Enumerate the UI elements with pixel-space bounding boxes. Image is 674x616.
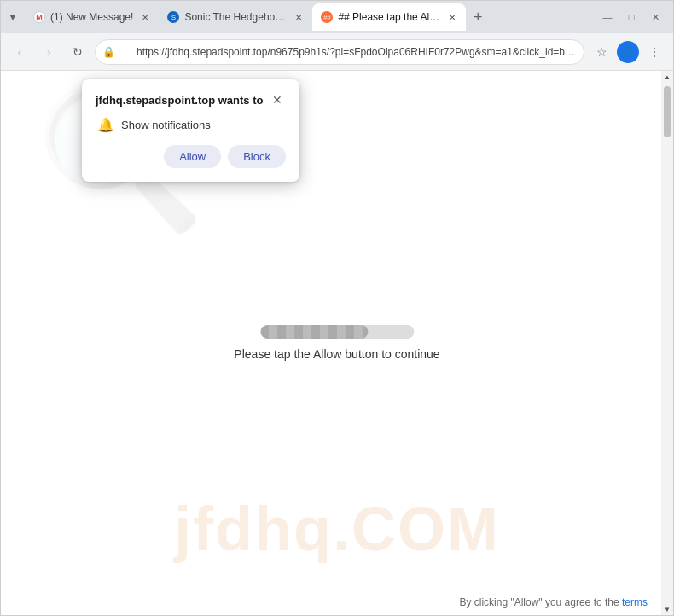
browser-window: ▼ (1) New Message! ✕ S Sonic The Hedgeho…	[0, 0, 674, 616]
tab-favicon-gmail	[33, 11, 45, 23]
progress-area: Please tap the Allow button to continue	[234, 325, 439, 361]
new-tab-button[interactable]: +	[466, 5, 490, 29]
minimize-button[interactable]: —	[596, 6, 619, 28]
tab-close-gmail[interactable]: ✕	[138, 10, 152, 24]
tab-bar: ▼ (1) New Message! ✕ S Sonic The Hedgeho…	[1, 1, 673, 33]
scroll-up-arrow[interactable]: ▲	[661, 71, 673, 83]
profile-icon[interactable]: 👤	[617, 41, 639, 63]
scroll-down-arrow[interactable]: ▼	[661, 603, 673, 615]
refresh-button[interactable]: ↻	[66, 40, 90, 64]
url-text: https://jfdhq.stepadspoint.top/n9675p9h1…	[121, 46, 575, 58]
tab-favicon-active: ##	[321, 11, 333, 23]
popup-title: jfdhq.stepadspoint.top wants to	[96, 94, 263, 107]
popup-notification-row: 🔔 Show notifications	[96, 117, 286, 133]
permission-popup: jfdhq.stepadspoint.top wants to ✕ 🔔 Show…	[82, 79, 299, 182]
tab-sonic[interactable]: S Sonic The Hedgehog 3 (2024)... ✕	[159, 3, 312, 31]
popup-row-text: Show notifications	[121, 119, 211, 131]
menu-icon[interactable]: ⋮	[642, 40, 666, 64]
tab-title-gmail: (1) New Message!	[50, 11, 133, 23]
progress-bar-container	[260, 325, 414, 339]
close-button[interactable]: ✕	[644, 6, 666, 28]
bottom-text: By clicking "Allow" you agree to the	[459, 596, 619, 608]
allow-button[interactable]: Allow	[164, 145, 221, 168]
progress-bar-fill	[260, 325, 368, 339]
tab-close-sonic[interactable]: ✕	[292, 10, 305, 24]
forward-button[interactable]: ›	[37, 40, 61, 64]
terms-link[interactable]: terms	[622, 596, 648, 608]
tab-title-sonic: Sonic The Hedgehog 3 (2024)...	[184, 11, 287, 23]
bottom-bar: By clicking "Allow" you agree to the ter…	[459, 596, 648, 608]
scrollbar-thumb[interactable]	[664, 86, 671, 137]
watermark-text: jfdhq.COM	[174, 494, 500, 564]
tab-title-active: ## Please tap the Allow button	[338, 11, 440, 23]
popup-close-button[interactable]: ✕	[269, 91, 286, 108]
address-input[interactable]: 🔒 https://jfdhq.stepadspoint.top/n9675p9…	[95, 39, 584, 65]
scrollbar[interactable]: ▲ ▼	[661, 71, 673, 615]
address-bar: ‹ › ↻ 🔒 https://jfdhq.stepadspoint.top/n…	[1, 33, 673, 71]
block-button[interactable]: Block	[228, 145, 286, 168]
maximize-button[interactable]: □	[620, 6, 642, 28]
tab-dropdown-arrow[interactable]: ▼	[1, 1, 25, 33]
tab-active[interactable]: ## ## Please tap the Allow button ✕	[312, 3, 466, 31]
back-button[interactable]: ‹	[8, 40, 32, 64]
tab-close-active[interactable]: ✕	[445, 10, 459, 24]
tab-favicon-sonic: S	[167, 11, 179, 23]
popup-header: jfdhq.stepadspoint.top wants to ✕	[96, 91, 286, 108]
popup-buttons: Allow Block	[96, 145, 286, 168]
bookmark-icon[interactable]: ☆	[590, 40, 613, 64]
bell-icon: 🔔	[97, 117, 114, 133]
page-content: 🔍 jfdhq.COM Please tap the Allow button …	[1, 71, 673, 615]
progress-text: Please tap the Allow button to continue	[234, 347, 439, 361]
tab-gmail[interactable]: (1) New Message! ✕	[25, 3, 159, 31]
lock-icon: 🔒	[102, 46, 115, 58]
